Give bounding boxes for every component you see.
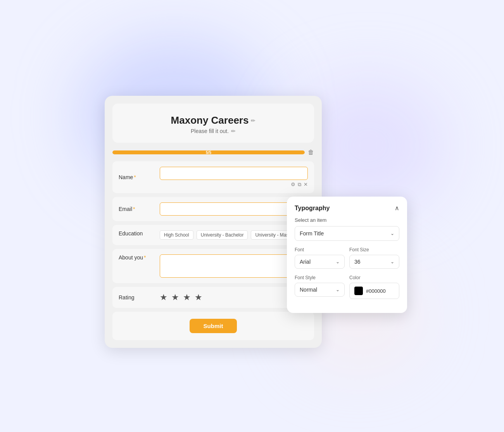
- item-selector-chevron: ⌄: [390, 231, 394, 236]
- form-header: Maxony Careers ✏ Please fill it out. ✏: [112, 104, 314, 143]
- about-required: *: [144, 254, 146, 261]
- panel-collapse-icon[interactable]: ∧: [395, 204, 399, 212]
- typography-panel: Typography ∧ Select an item Form Title ⌄…: [287, 197, 407, 313]
- color-swatch: [354, 287, 363, 295]
- font-size-value: 36: [354, 259, 361, 265]
- font-style-col: Font Style Normal ⌄: [295, 275, 345, 299]
- font-size-dropdown[interactable]: 36 ⌄: [349, 255, 399, 269]
- form-title: Maxony Careers: [171, 114, 249, 126]
- name-tool-icons: ⚙ ⧉ ✕: [160, 181, 308, 188]
- name-required: *: [134, 174, 136, 180]
- email-input[interactable]: [160, 202, 308, 216]
- name-field: Name* ⚙ ⧉ ✕: [112, 161, 314, 193]
- stars-wrap: ★ ★ ★ ★: [160, 292, 202, 302]
- about-textarea[interactable]: [160, 254, 308, 278]
- form-subtitle-edit-icon[interactable]: ✏: [231, 128, 236, 134]
- star-4[interactable]: ★: [195, 292, 202, 302]
- form-title-edit-icon[interactable]: ✏: [251, 118, 255, 124]
- item-selector[interactable]: Form Title ⌄: [295, 226, 399, 241]
- education-label: Education: [119, 230, 154, 237]
- panel-title: Typography: [295, 205, 330, 212]
- name-copy-icon[interactable]: ⧉: [298, 181, 301, 188]
- font-size-chevron: ⌄: [390, 259, 394, 264]
- name-input-wrap: ⚙ ⧉ ✕: [160, 167, 308, 188]
- about-field: About you*: [112, 249, 314, 283]
- education-options: High School University - Bachelor Univer…: [160, 230, 308, 240]
- font-size-col: Font Size 36 ⌄: [349, 247, 399, 269]
- rating-field: Rating ★ ★ ★ ★: [112, 287, 314, 308]
- edu-option-bachelor[interactable]: University - Bachelor: [197, 230, 248, 240]
- name-input[interactable]: [160, 167, 308, 180]
- font-label: Font: [295, 247, 345, 252]
- select-item-label: Select an item: [295, 217, 399, 223]
- name-label: Name*: [119, 174, 154, 180]
- color-hex-value: #000000: [366, 288, 386, 294]
- star-3[interactable]: ★: [183, 292, 191, 302]
- star-2[interactable]: ★: [171, 292, 179, 302]
- submit-area: Submit: [112, 312, 314, 340]
- color-col: Color #000000: [349, 275, 399, 299]
- progress-container: 5/5 🗑: [112, 149, 314, 156]
- font-dropdown[interactable]: Arial ⌄: [295, 255, 345, 269]
- font-style-value: Normal: [300, 287, 317, 293]
- education-top: Education High School University - Bache…: [119, 230, 308, 240]
- form-title-row: Maxony Careers ✏: [120, 114, 306, 126]
- font-col: Font Arial ⌄: [295, 247, 345, 269]
- progress-bar-fill: 5/5: [112, 150, 305, 154]
- form-subtitle-row: Please fill it out. ✏: [120, 128, 306, 134]
- star-1[interactable]: ★: [160, 292, 167, 302]
- email-required: *: [133, 206, 135, 212]
- progress-label: 5/5: [206, 150, 211, 154]
- panel-header: Typography ∧: [295, 204, 399, 212]
- selected-item-value: Form Title: [300, 230, 324, 237]
- progress-bar-wrap: 5/5: [112, 150, 305, 154]
- email-label: Email*: [119, 206, 154, 212]
- education-field: Education High School University - Bache…: [112, 225, 314, 245]
- color-picker[interactable]: #000000: [349, 283, 399, 299]
- progress-trash-icon[interactable]: 🗑: [308, 149, 314, 156]
- font-style-dropdown[interactable]: Normal ⌄: [295, 283, 345, 297]
- submit-button[interactable]: Submit: [190, 319, 237, 333]
- color-label: Color: [349, 275, 399, 280]
- font-value: Arial: [300, 259, 311, 265]
- font-size-label: Font Size: [349, 247, 399, 252]
- font-chevron: ⌄: [336, 259, 340, 264]
- name-gear-icon[interactable]: ⚙: [291, 181, 295, 188]
- name-delete-icon[interactable]: ✕: [304, 181, 308, 188]
- font-style-chevron: ⌄: [336, 287, 340, 292]
- email-field: Email*: [112, 197, 314, 221]
- edu-option-highschool[interactable]: High School: [160, 230, 193, 240]
- form-subtitle: Please fill it out.: [191, 128, 229, 134]
- font-style-label: Font Style: [295, 275, 345, 280]
- style-color-row: Font Style Normal ⌄ Color #000000: [295, 275, 399, 299]
- rating-label: Rating: [119, 294, 154, 301]
- scene: Maxony Careers ✏ Please fill it out. ✏ 5…: [97, 80, 407, 352]
- about-label: About you*: [119, 254, 154, 261]
- font-row: Font Arial ⌄ Font Size 36 ⌄: [295, 247, 399, 269]
